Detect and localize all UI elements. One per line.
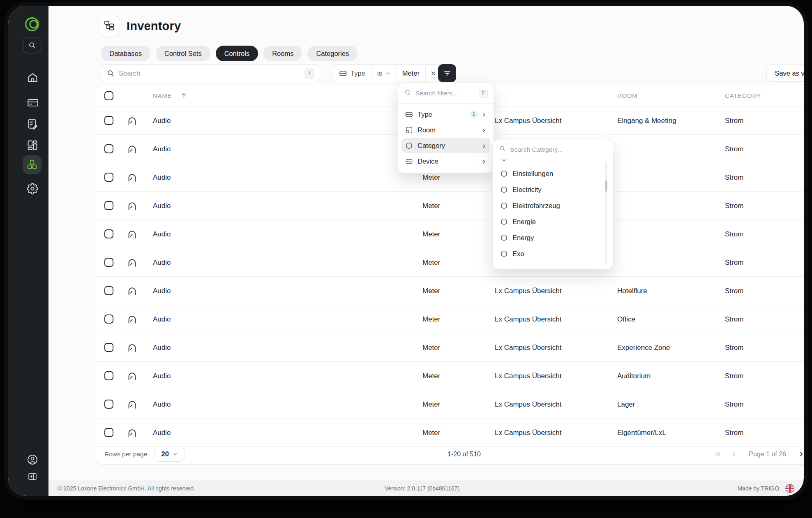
- tab-categories[interactable]: Categories: [307, 46, 358, 61]
- sidebar-item-card[interactable]: [27, 97, 38, 108]
- meter-gauge-icon: [127, 399, 138, 410]
- filter-menu-item-device[interactable]: Device: [401, 153, 490, 169]
- category-option[interactable]: Electricity: [496, 182, 609, 198]
- row-checkbox[interactable]: [104, 229, 113, 238]
- cell-category: Strom: [725, 248, 743, 277]
- table-row[interactable]: AudioMeterLx Campus ÜbersichtAuditoriumS…: [95, 362, 804, 390]
- column-header-category[interactable]: CATEGORY: [725, 85, 761, 106]
- row-checkbox[interactable]: [104, 173, 113, 182]
- table-row[interactable]: AudioMeterLx Campus ÜbersichtStrom: [95, 192, 804, 220]
- table-row[interactable]: AudioMeterLx Campus ÜbersichtHotelflureS…: [95, 277, 804, 305]
- cell-name: Audio: [153, 333, 171, 362]
- submenu-scrollbar-track[interactable]: [605, 162, 607, 264]
- sidebar-item-inventory-active[interactable]: [23, 155, 42, 174]
- category-icon: [500, 160, 508, 162]
- category-option[interactable]: Energy: [496, 230, 609, 246]
- submenu-scrollbar-thumb[interactable]: [605, 180, 607, 192]
- column-header-name[interactable]: NAME: [153, 85, 172, 106]
- open-filters-button[interactable]: [438, 64, 456, 82]
- search-icon: [404, 89, 411, 98]
- filter-chip-operator[interactable]: is: [371, 65, 397, 82]
- table-row[interactable]: AudioMeterLx Campus ÜbersichtStrom: [95, 248, 804, 277]
- category-option-partial[interactable]: [496, 160, 609, 166]
- search-input[interactable]: Search /: [101, 64, 320, 82]
- next-page-button[interactable]: [794, 448, 804, 461]
- cell-name: Audio: [153, 106, 171, 135]
- column-header-room[interactable]: ROOM: [617, 85, 637, 106]
- row-checkbox[interactable]: [104, 314, 113, 324]
- row-checkbox[interactable]: [104, 400, 113, 409]
- save-as-view-label[interactable]: Save as view: [767, 65, 804, 81]
- table-row[interactable]: AudioMeterLx Campus ÜbersichtExperience …: [95, 333, 804, 362]
- filter-menu-item-room[interactable]: Room: [401, 122, 490, 138]
- filter-menu-item-type[interactable]: Type1: [401, 106, 490, 122]
- cell-name: Audio: [153, 192, 171, 220]
- category-icon: [405, 142, 413, 150]
- row-checkbox[interactable]: [104, 201, 113, 210]
- cell-type: Meter: [422, 277, 440, 305]
- user-icon[interactable]: [27, 454, 38, 465]
- sidebar-item-home[interactable]: [27, 72, 38, 83]
- sidebar-item-gear[interactable]: [27, 183, 38, 194]
- main-area: Inventory DatabasesControl SetsControlsR…: [48, 6, 804, 496]
- category-icon: [500, 186, 508, 194]
- table-row[interactable]: AudioMeterLx Campus ÜbersichtLagerStrom: [95, 390, 804, 419]
- category-icon: [500, 218, 508, 226]
- cell-name: Audio: [153, 135, 171, 163]
- category-submenu: Search Category... EinstellungenElectric…: [492, 140, 613, 269]
- cell-type: Meter: [422, 362, 440, 390]
- page-indicator: Page 1 of 26: [749, 451, 786, 458]
- row-checkbox[interactable]: [104, 428, 113, 437]
- tab-control-sets[interactable]: Control Sets: [156, 46, 210, 61]
- category-icon: [500, 234, 508, 242]
- category-option[interactable]: Exo: [496, 246, 609, 262]
- device-icon: [405, 157, 413, 165]
- filter-dropdown-menu: Search filters... F Type1RoomCategoryDev…: [398, 83, 494, 173]
- row-checkbox[interactable]: [104, 371, 113, 380]
- cell-category: Strom: [725, 192, 743, 220]
- category-icon: [500, 250, 508, 258]
- cell-category: Strom: [725, 135, 743, 163]
- row-checkbox[interactable]: [104, 343, 113, 352]
- cell-category: Strom: [725, 277, 743, 305]
- first-page-button[interactable]: [711, 448, 724, 461]
- row-checkbox[interactable]: [104, 286, 113, 295]
- table-footer: Rows per page 20 1-20 of 510 Page 1 of 2…: [95, 444, 804, 464]
- filter-menu-item-category[interactable]: Category: [401, 138, 490, 153]
- cell-room: Eingang & Meeting: [617, 106, 676, 135]
- category-option[interactable]: Energie: [496, 214, 609, 230]
- filter-chip-value[interactable]: Meter: [397, 65, 426, 82]
- category-option[interactable]: Einstellungen: [496, 166, 609, 182]
- tab-databases[interactable]: Databases: [101, 46, 150, 61]
- filter-chip-field[interactable]: Type: [333, 65, 371, 82]
- cell-name: Audio: [153, 362, 171, 390]
- row-checkbox[interactable]: [104, 258, 113, 267]
- row-checkbox[interactable]: [104, 116, 113, 125]
- category-search-input[interactable]: Search Category...: [493, 140, 613, 159]
- search-icon: [106, 69, 115, 77]
- select-all-checkbox[interactable]: [104, 91, 113, 100]
- table-row[interactable]: AudioMeterLx Campus ÜbersichtOfficeStrom: [95, 305, 804, 333]
- meter-gauge-icon: [127, 342, 138, 353]
- previous-page-button[interactable]: [727, 448, 740, 461]
- filter-menu-shortcut-badge: F: [479, 89, 488, 98]
- tab-bar: DatabasesControl SetsControlsRoomsCatego…: [101, 46, 358, 61]
- sidebar-search-button[interactable]: [23, 37, 41, 53]
- sidebar-item-tasks[interactable]: [27, 118, 38, 130]
- row-checkbox[interactable]: [104, 144, 113, 153]
- tab-controls[interactable]: Controls: [216, 46, 258, 61]
- table-row[interactable]: AudioMeterLx Campus ÜbersichtStrom: [95, 220, 804, 248]
- category-option[interactable]: Elektrofahrzeug: [496, 198, 609, 214]
- sort-ascending-icon[interactable]: [180, 92, 188, 99]
- rows-per-page-select[interactable]: 20: [154, 447, 185, 462]
- uk-flag-icon[interactable]: [785, 483, 795, 493]
- chevron-right-icon: [481, 143, 487, 148]
- table-row[interactable]: AudioMeterLx Campus ÜbersichtEigentümer/…: [95, 419, 804, 447]
- expand-panel-icon[interactable]: [28, 472, 37, 481]
- tab-rooms[interactable]: Rooms: [263, 46, 302, 61]
- cell-category: Strom: [725, 419, 743, 447]
- save-as-view-button: Save as view: [766, 65, 804, 82]
- sidebar-item-dashboard[interactable]: [27, 139, 38, 151]
- filter-menu-search-input[interactable]: Search filters... F: [398, 83, 494, 104]
- cell-type: Meter: [422, 305, 440, 333]
